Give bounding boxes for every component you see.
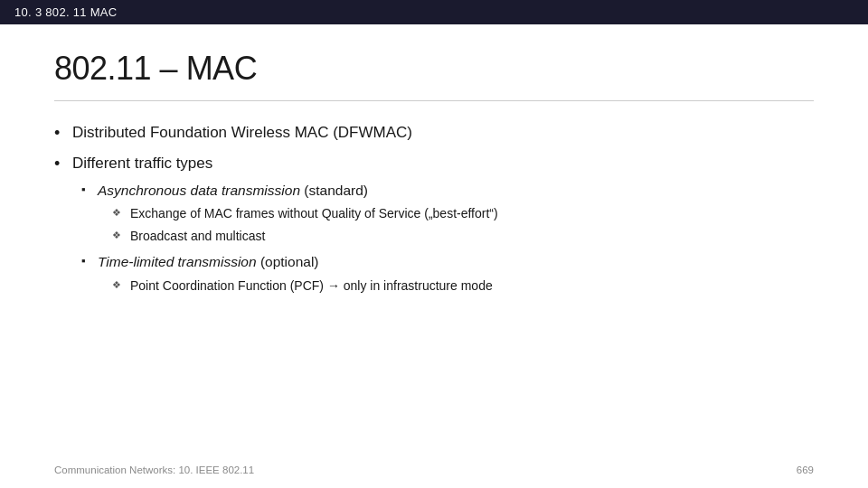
footer-left: Communication Networks: 10. IEEE 802.11 <box>54 465 254 475</box>
sub-sub-list-2: Point Coordination Function (PCF) → only… <box>112 277 814 296</box>
top-bar: 10. 3 802. 11 MAC <box>0 0 868 24</box>
top-bar-label: 10. 3 802. 11 MAC <box>14 5 118 19</box>
divider <box>54 100 814 101</box>
sub-sub-item-1-2: Broadcast and multicast <box>112 227 814 246</box>
main-bullet-list: Distributed Foundation Wireless MAC (DFW… <box>54 121 814 296</box>
sub-item-1-normal: (standard) <box>300 183 368 198</box>
bullet-item-2-text: Different traffic types <box>72 155 212 172</box>
bullet-item-1-text: Distributed Foundation Wireless MAC (DFW… <box>72 124 412 141</box>
sub-sub-item-2-1: Point Coordination Function (PCF) → only… <box>112 277 814 296</box>
sub-list: Asynchronous data transmission (standard… <box>81 180 814 296</box>
slide-content: 802.11 – MAC Distributed Foundation Wire… <box>0 24 868 321</box>
sub-item-2-normal: (optional) <box>257 254 319 269</box>
sub-item-2: Time-limited transmission (optional) Poi… <box>81 251 814 295</box>
bullet-item-2: Different traffic types Asynchronous dat… <box>54 152 814 296</box>
footer-right: 669 <box>797 465 814 475</box>
sub-item-2-italic: Time-limited transmission <box>98 254 257 269</box>
bullet-item-1: Distributed Foundation Wireless MAC (DFW… <box>54 121 814 145</box>
footer: Communication Networks: 10. IEEE 802.11 … <box>0 465 868 475</box>
sub-item-1: Asynchronous data transmission (standard… <box>81 180 814 246</box>
sub-sub-item-1-1: Exchange of MAC frames without Quality o… <box>112 204 814 223</box>
slide-title: 802.11 – MAC <box>54 50 814 88</box>
sub-sub-item-2-1-text: Point Coordination Function (PCF) → only… <box>130 278 493 293</box>
sub-sub-item-1-1-text: Exchange of MAC frames without Quality o… <box>130 206 498 221</box>
sub-item-1-italic: Asynchronous data transmission <box>98 183 300 198</box>
sub-sub-list-1: Exchange of MAC frames without Quality o… <box>112 204 814 246</box>
sub-sub-item-1-2-text: Broadcast and multicast <box>130 229 265 243</box>
